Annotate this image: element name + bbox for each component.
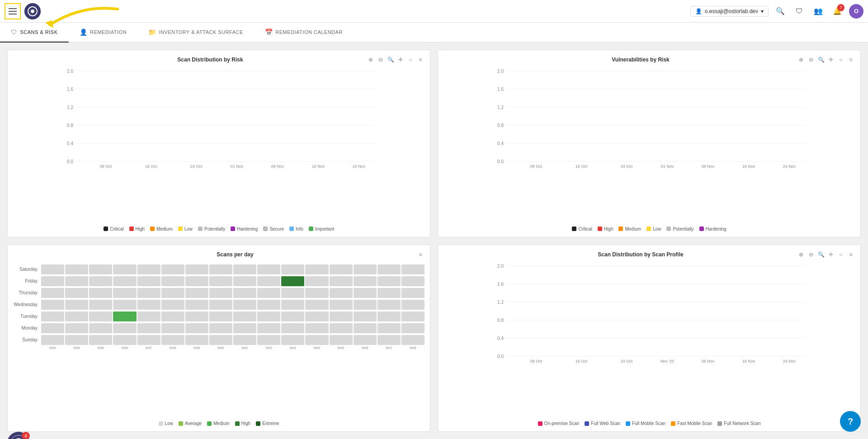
user-menu-button[interactable]: 👤 o.essaji@ostorlab.dev ▾ [690, 6, 769, 17]
zoom-out-btn-2[interactable]: ⊖ [807, 56, 815, 64]
chart-actions-2: ⊕ ⊖ 🔍 ✛ ○ ≡ [797, 56, 855, 64]
heatmap-cell [257, 312, 280, 321]
search-button[interactable]: 🔍 [773, 4, 788, 19]
notification-button[interactable]: 🔔 7 [830, 4, 844, 19]
profile-legend-fullmobile: Full Mobile Scan [626, 421, 665, 426]
heatmap-cell [257, 335, 280, 345]
menu-btn-2[interactable]: ≡ [847, 56, 855, 64]
heatmap-cell [330, 276, 353, 286]
heatmap-cell [161, 276, 184, 286]
tab-inventory[interactable]: 📁 INVENTORY & ATTACK SURFACE [137, 23, 254, 42]
svg-text:2.0: 2.0 [67, 69, 73, 74]
notification-badge: 7 [837, 4, 844, 11]
main-content: Scan Distribution by Risk ⊕ ⊖ 🔍 ✛ ○ ≡ 2.… [0, 42, 868, 439]
heatmap-cell [65, 323, 88, 333]
heatmap-cell [113, 264, 136, 274]
reset-btn-4[interactable]: ○ [837, 250, 845, 259]
menu-btn-3[interactable]: ≡ [416, 250, 425, 259]
heatmap-cell [185, 276, 208, 286]
heatmap-cell [281, 276, 304, 286]
heatmap-cell [113, 323, 136, 333]
heatmap-cells-saturday [41, 264, 425, 274]
move-btn-2[interactable]: ✛ [827, 56, 835, 64]
svg-text:2.0: 2.0 [497, 264, 504, 269]
heatmap-week-label: W38 [161, 346, 184, 349]
heatmap-cell [233, 335, 256, 345]
vulnerabilities-by-risk-card: Vulnerabilities by Risk ⊕ ⊖ 🔍 ✛ ○ ≡ 2.0 … [438, 50, 861, 237]
heatmap-cell [41, 300, 64, 310]
heatmap-cell [41, 264, 64, 274]
reset-btn-1[interactable]: ○ [406, 56, 415, 64]
move-btn-1[interactable]: ✛ [396, 56, 405, 64]
avatar[interactable]: O [849, 4, 863, 19]
scans-per-day-heatmap: Saturday Friday Thursday Wednesday Tuesd… [13, 262, 425, 417]
heatmap-cell [137, 276, 160, 286]
legend-medium-heat: Medium [207, 421, 230, 426]
zoom-btn-2[interactable]: 🔍 [817, 56, 825, 64]
heatmap-cell [233, 276, 256, 286]
legend-hardening: Hardening [231, 227, 258, 231]
heatmap-cells-friday [41, 276, 425, 286]
heatmap-row-monday: Monday [13, 323, 425, 334]
heatmap-cell [330, 335, 353, 345]
heatmap-cells-monday [41, 323, 425, 333]
heatmap-cell [89, 323, 112, 333]
heatmap-cell [65, 300, 88, 310]
tab-scans-risk[interactable]: 🛡 SCANS & RISK [0, 23, 69, 42]
zoom-in-btn-1[interactable]: ⊕ [367, 56, 375, 64]
profile-legend-fastmobile: Fast Mobile Scan [671, 421, 712, 426]
heatmap-week-label: W41 [233, 346, 256, 349]
heatmap-cell [161, 300, 184, 310]
heatmap-row-sunday: Sunday [13, 335, 425, 345]
heatmap-week-label: W40 [209, 346, 232, 349]
menu-button[interactable] [5, 3, 21, 19]
heatmap-cell [65, 288, 88, 298]
heatmap-x-axis: W33W34W35W36W37W38W39W40W41W42W43W44W45W… [41, 346, 425, 349]
svg-text:24 Oct: 24 Oct [190, 164, 203, 169]
heatmap-cell [281, 335, 304, 345]
zoom-btn-4[interactable]: 🔍 [817, 250, 825, 259]
heatmap-cell [281, 264, 304, 274]
heatmap-cell [209, 323, 232, 333]
heatmap-cell [89, 264, 112, 274]
heatmap-cell [401, 288, 425, 298]
svg-text:16 Nov: 16 Nov [742, 164, 755, 169]
svg-text:16 Oct: 16 Oct [576, 359, 588, 363]
svg-text:0.0: 0.0 [497, 159, 504, 164]
heatmap-cell [354, 323, 377, 333]
heatmap-cell [233, 323, 256, 333]
svg-text:1.2: 1.2 [67, 105, 73, 110]
tab-remediation-label: REMEDIATION [90, 29, 127, 35]
reset-btn-2[interactable]: ○ [837, 56, 845, 64]
heatmap-cell [209, 312, 232, 321]
heatmap-cell [185, 335, 208, 345]
heatmap-cell [161, 312, 184, 321]
legend-medium: Medium [150, 227, 173, 231]
contact-button[interactable]: 👥 [811, 4, 826, 19]
menu-btn-4[interactable]: ≡ [847, 250, 855, 259]
profile-legend-onprem: On-premise Scan [538, 421, 580, 426]
chart-actions-1: ⊕ ⊖ 🔍 ✛ ○ ≡ [367, 56, 425, 64]
svg-text:0.8: 0.8 [497, 123, 504, 128]
help-button[interactable]: ? [840, 411, 861, 432]
tab-calendar[interactable]: 📅 REMEDIATION CALENDAR [254, 23, 354, 42]
shield-button[interactable]: 🛡 [792, 4, 807, 19]
move-btn-4[interactable]: ✛ [827, 250, 835, 259]
heatmap-week-label: W34 [65, 346, 88, 349]
zoom-in-btn-4[interactable]: ⊕ [797, 250, 805, 259]
heatmap-cell [330, 323, 353, 333]
heatmap-cell [113, 288, 136, 298]
zoom-out-btn-1[interactable]: ⊖ [377, 56, 385, 64]
tab-remediation[interactable]: 👤 REMEDIATION [69, 23, 138, 42]
zoom-btn-1[interactable]: 🔍 [387, 56, 395, 64]
heatmap-cell [377, 276, 401, 286]
heatmap-cell [209, 335, 232, 345]
zoom-out-btn-4[interactable]: ⊖ [807, 250, 815, 259]
zoom-in-btn-2[interactable]: ⊕ [797, 56, 805, 64]
scan-distribution-profile-card: Scan Distribution by Scan Profile ⊕ ⊖ 🔍 … [438, 245, 861, 432]
heatmap-cell [305, 300, 328, 310]
menu-btn-1[interactable]: ≡ [416, 56, 425, 64]
heatmap-cell [305, 323, 328, 333]
heatmap-cells-wednesday [41, 300, 425, 310]
heatmap-cell [185, 323, 208, 333]
